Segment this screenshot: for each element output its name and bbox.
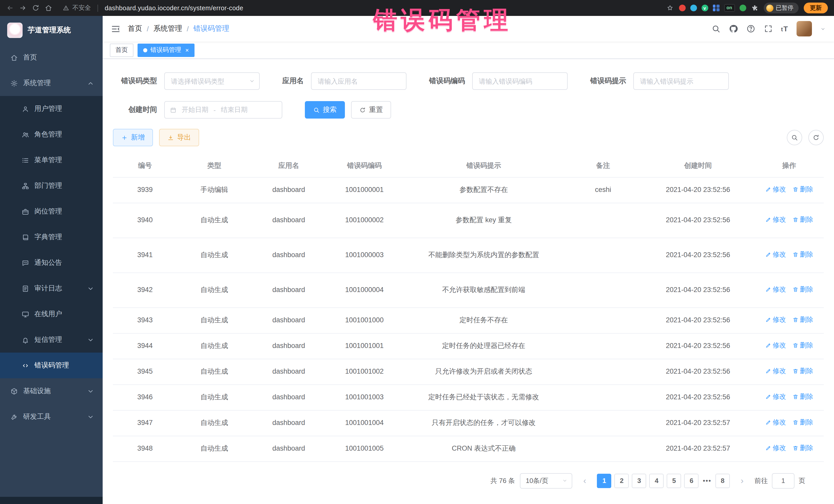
- sidebar-item-audit-log[interactable]: 审计日志: [0, 276, 103, 301]
- cell-type: 自动生成: [177, 238, 251, 272]
- cell-remark: ceshi: [565, 177, 641, 203]
- error-type-select-input[interactable]: [164, 72, 260, 90]
- browser-update-button[interactable]: 更新: [804, 3, 828, 13]
- check-extension-icon[interactable]: v: [701, 5, 708, 11]
- header-search-icon[interactable]: [711, 24, 721, 34]
- delete-button[interactable]: 删除: [792, 417, 813, 428]
- page-button-1[interactable]: 1: [597, 474, 612, 488]
- edit-button[interactable]: 修改: [765, 249, 786, 260]
- app-name-input[interactable]: [311, 72, 407, 90]
- edit-button[interactable]: 修改: [765, 340, 786, 351]
- browser-back-icon[interactable]: [6, 4, 14, 12]
- browser-home-icon[interactable]: [45, 4, 52, 12]
- page-button-6[interactable]: 6: [684, 474, 699, 488]
- grid-extension-icon[interactable]: [712, 5, 719, 11]
- delete-button[interactable]: 删除: [792, 340, 813, 351]
- delete-button[interactable]: 删除: [792, 391, 813, 402]
- edit-button[interactable]: 修改: [765, 391, 786, 402]
- edit-button[interactable]: 修改: [765, 284, 786, 295]
- sidebar-logo[interactable]: 芋道管理系统: [0, 16, 103, 45]
- breadcrumb-item[interactable]: 首页: [128, 24, 142, 34]
- delete-button-label: 删除: [800, 417, 813, 428]
- font-size-icon[interactable]: tT: [781, 25, 788, 33]
- error-hint-input[interactable]: [633, 72, 729, 90]
- edit-button[interactable]: 修改: [765, 366, 786, 376]
- kite-extension-icon[interactable]: [690, 5, 697, 11]
- sidebar-toggle-icon[interactable]: [111, 24, 120, 34]
- browser-reload-icon[interactable]: [32, 4, 40, 12]
- tab-home[interactable]: 首页: [110, 43, 133, 57]
- user-avatar[interactable]: [796, 21, 812, 37]
- sidebar-item-dept[interactable]: 部门管理: [0, 173, 103, 199]
- cell-remark: [565, 238, 641, 272]
- on-badge-extension-icon[interactable]: on: [724, 4, 735, 12]
- browser-forward-icon[interactable]: [19, 4, 27, 12]
- sidebar-item-dict[interactable]: 字典管理: [0, 224, 103, 250]
- sidebar-item-role[interactable]: 角色管理: [0, 122, 103, 147]
- page-button-5[interactable]: 5: [667, 474, 681, 488]
- sidebar-item-post[interactable]: 岗位管理: [0, 199, 103, 224]
- sidebar-item-menu[interactable]: 菜单管理: [0, 147, 103, 173]
- tab-error-code[interactable]: 错误码管理×: [137, 43, 195, 57]
- delete-button[interactable]: 删除: [792, 443, 813, 454]
- edit-button[interactable]: 修改: [765, 417, 786, 428]
- bookmark-star-icon[interactable]: [666, 4, 674, 12]
- delete-button[interactable]: 删除: [792, 184, 813, 195]
- page-button-8[interactable]: 8: [716, 474, 730, 488]
- tab-label: 首页: [115, 46, 128, 54]
- sidebar-item-notice[interactable]: 通知公告: [0, 250, 103, 276]
- page-button-3[interactable]: 3: [632, 474, 646, 488]
- chevron-up-icon: [87, 79, 94, 87]
- trash-icon: [792, 317, 798, 323]
- page-button-2[interactable]: 2: [615, 474, 629, 488]
- fullscreen-icon[interactable]: [764, 24, 773, 34]
- show-search-toggle-button[interactable]: [787, 130, 802, 145]
- delete-button[interactable]: 删除: [792, 249, 813, 260]
- paused-profile-badge[interactable]: 已暂停: [764, 3, 798, 13]
- goto-page-input[interactable]: [772, 473, 794, 488]
- help-icon[interactable]: [746, 24, 755, 34]
- edit-button[interactable]: 修改: [765, 184, 786, 195]
- sidebar-item-user[interactable]: 用户管理: [0, 96, 103, 122]
- search-button[interactable]: 搜索: [305, 101, 345, 118]
- edit-button[interactable]: 修改: [765, 443, 786, 454]
- reset-button[interactable]: 重置: [351, 101, 391, 118]
- edit-button[interactable]: 修改: [765, 314, 786, 325]
- tree-icon: [22, 182, 29, 190]
- sidebar-item-system[interactable]: 系统管理: [0, 70, 103, 96]
- cell-hint: 只允许修改为开启或者关闭状态: [403, 359, 565, 385]
- more-pages-button[interactable]: •••: [702, 477, 712, 484]
- sidebar-item-online-user[interactable]: 在线用户: [0, 301, 103, 327]
- next-page-button[interactable]: ›: [735, 474, 749, 488]
- edit-button[interactable]: 修改: [765, 214, 786, 225]
- log-icon: [22, 285, 29, 292]
- cell-app: dashboard: [251, 272, 326, 307]
- sidebar-item-home[interactable]: 首页: [0, 45, 103, 70]
- refresh-table-button[interactable]: [808, 130, 824, 145]
- sidebar-item-sms[interactable]: 短信管理: [0, 327, 103, 353]
- close-tab-icon[interactable]: ×: [185, 46, 189, 53]
- puzzle-extension-icon[interactable]: [751, 4, 758, 12]
- page-button-4[interactable]: 4: [650, 474, 664, 488]
- active-tab-dot: [143, 48, 147, 52]
- avatar-caret-down-icon[interactable]: [820, 26, 826, 31]
- page-size-select[interactable]: 10条/页: [520, 473, 572, 488]
- sidebar-item-dev-tool[interactable]: 研发工具: [0, 404, 103, 430]
- export-button[interactable]: 导出: [159, 129, 199, 146]
- error-type-select[interactable]: [164, 72, 260, 90]
- prev-page-button[interactable]: ‹: [578, 474, 592, 488]
- create-time-range[interactable]: 开始日期 - 结束日期: [164, 101, 282, 118]
- delete-button[interactable]: 删除: [792, 284, 813, 295]
- delete-button[interactable]: 删除: [792, 314, 813, 325]
- error-code-input[interactable]: [472, 72, 568, 90]
- sidebar-item-infra[interactable]: 基础设施: [0, 378, 103, 404]
- add-button[interactable]: 新增: [113, 129, 153, 146]
- address-bar[interactable]: 不安全 dashboard.yudao.iocoder.cn/system/er…: [63, 4, 243, 12]
- github-icon[interactable]: [729, 24, 738, 34]
- delete-button[interactable]: 删除: [792, 214, 813, 225]
- record-extension-icon[interactable]: [679, 5, 685, 11]
- breadcrumb-item[interactable]: 系统管理: [153, 24, 182, 34]
- sidebar-item-error-code[interactable]: 错误码管理: [0, 353, 103, 378]
- leaf-extension-icon[interactable]: [739, 5, 746, 11]
- delete-button[interactable]: 删除: [792, 366, 813, 376]
